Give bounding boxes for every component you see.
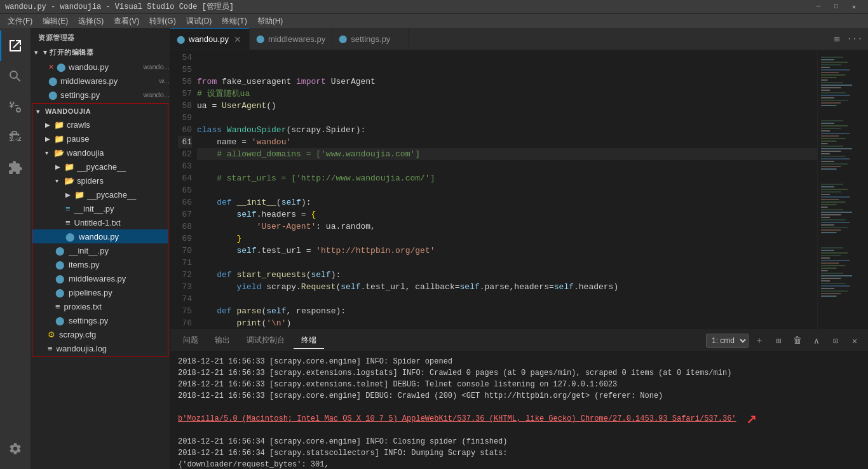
file-py-icon7: ⬤ — [55, 260, 65, 269]
spiders-label: spiders — [77, 176, 168, 186]
open-editors-chevron: ▾ — [34, 49, 43, 56]
tree-item-pycache2[interactable]: ▶ 📁 __pycache__ — [32, 187, 168, 201]
tab-middlewares-py[interactable]: ⬤ middlewares.py — [250, 28, 332, 50]
tree-item-wandou-py[interactable]: ⬤ wandou.py — [32, 229, 168, 243]
term-line-2: 2018-12-21 16:56:33 [scrapy.extensions.l… — [178, 367, 860, 379]
tree-item-scrapy-cfg[interactable]: ⚙ scrapy.cfg — [32, 327, 168, 341]
file-py-icon9: ⬤ — [55, 288, 65, 297]
tree-item-items-py[interactable]: ⬤ items.py — [32, 257, 168, 271]
open-editor-middlewares[interactable]: ⬤ middlewares.py w... — [31, 74, 170, 88]
tree-item-settings-py[interactable]: ⬤ settings.py — [32, 313, 168, 327]
split-editor-button[interactable]: ⊞ — [829, 31, 845, 47]
wandoujia-section-header[interactable]: ▾ WANDOUJIA — [32, 105, 168, 118]
terminal-panel: 问题 输出 调试控制台 终端 1: cmd ＋ ⊞ 🗑 ∧ ⊡ ✕ — [170, 329, 868, 469]
menu-edit[interactable]: 编辑(E) — [37, 14, 73, 28]
activitybar-search[interactable] — [0, 61, 31, 92]
folder-icon3: 📁 — [64, 162, 74, 172]
tree-item-middlewares-py[interactable]: ⬤ middlewares.py — [32, 271, 168, 285]
pause-chevron: ▶ — [45, 135, 54, 142]
activitybar-settings[interactable] — [0, 433, 31, 464]
maximize-button[interactable]: □ — [827, 0, 845, 14]
minimize-button[interactable]: ─ — [810, 0, 827, 14]
menu-file[interactable]: 文件(F) — [3, 14, 37, 28]
wandoujia-log-label: wandoujia.log — [57, 344, 168, 353]
maximize-panel-button[interactable]: ∧ — [808, 332, 825, 349]
code-content[interactable]: from fake_useragent import UserAgent # 设… — [197, 50, 817, 329]
term-line-ua: b'Mozilla/5.0 (Macintosh; Intel Mac OS X… — [178, 413, 736, 425]
pycache1-label: __pycache__ — [77, 162, 168, 172]
tab-wandou-py[interactable]: ⬤ wandou.py ✕ — [170, 28, 250, 50]
terminal-tab-debug[interactable]: 调试控制台 — [239, 332, 292, 349]
tree-item-proxies-txt[interactable]: ≡ proxies.txt — [32, 299, 168, 313]
open-editor-wandou[interactable]: ✕ ⬤ wandou.py wando... — [31, 60, 170, 74]
activitybar-extensions[interactable] — [0, 153, 31, 183]
activitybar-explorer[interactable] — [0, 31, 31, 61]
tab-wandou-icon: ⬤ — [177, 35, 185, 44]
tree-item-wandoujia-log[interactable]: ≡ wandoujia.log — [32, 341, 168, 355]
wandoujia-chevron: ▾ — [36, 108, 45, 115]
term-line-8: 2018-12-21 16:56:34 [scrapy.statscollect… — [178, 447, 860, 459]
open-editor-settings-label: settings.py — [60, 90, 140, 100]
minimap — [817, 50, 868, 329]
split-terminal-button[interactable]: ⊞ — [770, 332, 787, 349]
new-terminal-button[interactable]: ＋ — [751, 332, 768, 349]
tree-item-init-py-2[interactable]: ⬤ __init__.py — [32, 243, 168, 257]
term-ua-row: b'Mozilla/5.0 (Macintosh; Intel Mac OS X… — [178, 413, 860, 425]
tab-wandou-close[interactable]: ✕ — [233, 34, 243, 44]
file-py-icon: ⬤ — [57, 62, 66, 72]
file-txt-icon: ≡ — [65, 218, 71, 228]
activitybar-scm[interactable] — [0, 92, 31, 122]
tree-item-pause[interactable]: ▶ 📁 pause — [32, 132, 168, 146]
menu-terminal[interactable]: 终端(T) — [217, 14, 252, 28]
terminal-tab-terminal[interactable]: 终端 — [294, 332, 324, 349]
activitybar — [0, 28, 31, 469]
untitled-label: Untitled-1.txt — [74, 218, 168, 228]
terminal-tab-output[interactable]: 输出 — [207, 332, 238, 349]
close-panel-button[interactable]: ✕ — [846, 332, 863, 349]
file-py-icon10: ⬤ — [55, 316, 65, 325]
open-editor-wandou-path: wando... — [143, 63, 170, 71]
menu-goto[interactable]: 转到(G) — [144, 14, 180, 28]
terminal-tab-problems[interactable]: 问题 — [175, 332, 206, 349]
open-editor-middlewares-label: middlewares.py — [60, 76, 156, 86]
more-actions-button[interactable]: ··· — [846, 31, 863, 47]
menu-debug[interactable]: 调试(D) — [181, 14, 217, 28]
restore-panel-button[interactable]: ⊡ — [827, 332, 844, 349]
tree-item-pycache1[interactable]: ▶ 📁 __pycache__ — [32, 160, 168, 173]
open-editors-section-header[interactable]: ▾ ▾ 打开的编辑器 — [31, 45, 170, 60]
folder-icon2: 📁 — [54, 134, 64, 144]
tree-item-init-py-1[interactable]: ≡ __init__.py — [32, 201, 168, 215]
tree-item-crawls[interactable]: ▶ 📁 crawls — [32, 118, 168, 132]
terminal-content[interactable]: 2018-12-21 16:56:33 [scrapy.core.engine]… — [170, 352, 868, 469]
open-editor-settings[interactable]: ⬤ settings.py wando... — [31, 88, 170, 102]
delete-terminal-button[interactable]: 🗑 — [789, 332, 806, 349]
tree-item-wandoujia-folder[interactable]: ▾ 📂 wandoujia — [32, 146, 168, 160]
pycache1-chevron: ▶ — [55, 163, 64, 170]
activitybar-debug[interactable] — [0, 122, 31, 153]
file-py-icon6: ⬤ — [55, 246, 65, 255]
file-py-icon3: ⬤ — [48, 90, 58, 100]
folder-open-icon2: 📂 — [64, 176, 74, 186]
menu-view[interactable]: 查看(V) — [109, 14, 144, 28]
editor-and-terminal: 54 55 56 57 58 59 60 61 62 63 64 65 66 6… — [170, 50, 868, 469]
menu-help[interactable]: 帮助(H) — [252, 14, 288, 28]
tree-item-pipelines-py[interactable]: ⬤ pipelines.py — [32, 285, 168, 299]
settings-py-label: settings.py — [69, 316, 168, 325]
crawls-label: crawls — [67, 120, 168, 130]
tree-item-spiders[interactable]: ▾ 📂 spiders — [32, 173, 168, 187]
file-py-icon5: ⬤ — [65, 232, 75, 241]
tab-middlewares-icon: ⬤ — [256, 34, 264, 43]
close-icon[interactable]: ✕ — [48, 63, 54, 71]
close-button[interactable]: ✕ — [845, 0, 863, 14]
middlewares-py-label: middlewares.py — [69, 274, 168, 283]
menu-select[interactable]: 选择(S) — [73, 14, 109, 28]
code-editor[interactable]: 54 55 56 57 58 59 60 61 62 63 64 65 66 6… — [170, 50, 868, 329]
wandoujia-folder-chevron: ▾ — [45, 149, 54, 156]
tab-settings-py[interactable]: ⬤ settings.py — [332, 28, 409, 50]
pycache2-label: __pycache__ — [87, 190, 168, 200]
file-py-icon2: ⬤ — [48, 76, 58, 86]
pipelines-py-label: pipelines.py — [69, 288, 168, 297]
tree-item-untitled[interactable]: ≡ Untitled-1.txt — [32, 215, 168, 229]
terminal-instance-selector[interactable]: 1: cmd — [706, 334, 749, 348]
wandoujia-label: WANDOUJIA — [45, 107, 91, 115]
